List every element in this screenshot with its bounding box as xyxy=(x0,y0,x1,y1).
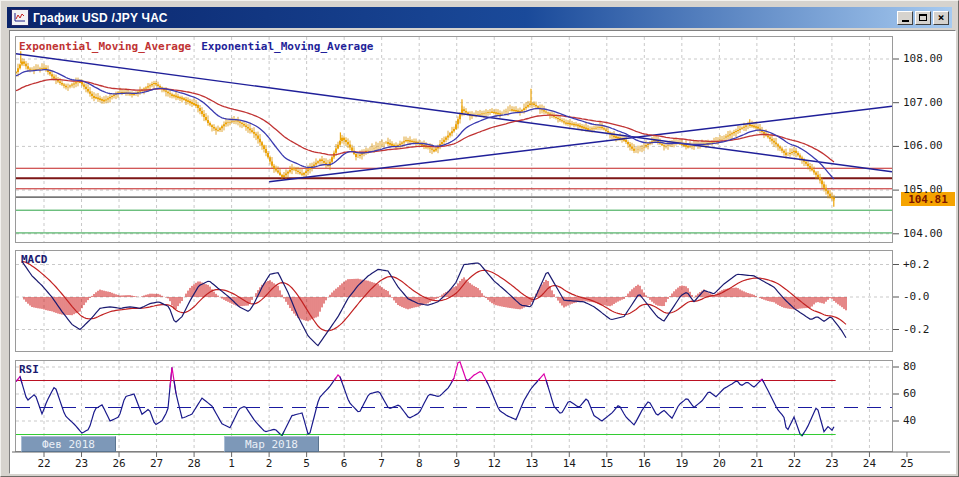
price-axis-label: 105.00 xyxy=(903,183,959,196)
price-axis-label: 107.00 xyxy=(903,96,959,109)
macd-axis-label: -0.2 xyxy=(903,323,959,336)
x-axis-label: 27 xyxy=(142,457,172,470)
macd-axis-label: -0.0 xyxy=(903,290,959,303)
macd-grid xyxy=(16,251,892,351)
legend-ema-blue[interactable]: Exponential_Moving_Average xyxy=(201,40,373,53)
price-axis-label: 108.00 xyxy=(903,52,959,65)
x-axis-label: 9 xyxy=(442,457,472,470)
x-axis-label: 22 xyxy=(779,457,809,470)
rsi-grid xyxy=(16,361,892,451)
x-axis-label: 5 xyxy=(292,457,322,470)
x-axis-label: 14 xyxy=(554,457,584,470)
rsi-axis-label: 40 xyxy=(903,414,959,427)
macd-plot xyxy=(22,261,846,345)
x-axis-label: 24 xyxy=(854,457,884,470)
legend-ema-red[interactable]: Exponential_Moving_Average xyxy=(19,40,191,53)
x-axis-label: 20 xyxy=(704,457,734,470)
macd-axis-label: +0.2 xyxy=(903,258,959,271)
x-axis-label: 7 xyxy=(367,457,397,470)
x-axis-label: 26 xyxy=(104,457,134,470)
rsi-panel-label: RSI xyxy=(19,363,39,376)
x-axis-label: 6 xyxy=(329,457,359,470)
x-axis-label: 25 xyxy=(892,457,922,470)
rsi-plot xyxy=(16,362,892,436)
x-axis-label: 13 xyxy=(517,457,547,470)
price-axis-label: 104.00 xyxy=(903,227,959,240)
chart-window: График USD /JPY ЧАС × Exponential_Moving… xyxy=(0,0,959,477)
x-axis-label: 21 xyxy=(742,457,772,470)
chart-canvas[interactable] xyxy=(4,4,959,477)
window-frame: График USD /JPY ЧАС × Exponential_Moving… xyxy=(2,2,957,475)
x-axis-label: 2 xyxy=(254,457,284,470)
price-plot xyxy=(16,51,892,233)
x-axis-label: 12 xyxy=(479,457,509,470)
price-axis-label: 106.00 xyxy=(903,139,959,152)
month-badge-mar: Мар 2018 xyxy=(224,436,319,452)
x-axis-label: 15 xyxy=(592,457,622,470)
x-axis-label: 1 xyxy=(217,457,247,470)
x-axis-label: 22 xyxy=(29,457,59,470)
macd-panel-label: MACD xyxy=(21,253,48,266)
rsi-axis-label: 80 xyxy=(903,360,959,373)
rsi-axis-label: 60 xyxy=(903,387,959,400)
x-axis-label: 8 xyxy=(404,457,434,470)
legend: Exponential_Moving_Average Exponential_M… xyxy=(19,40,373,53)
x-axis-label: 16 xyxy=(629,457,659,470)
x-axis-label: 23 xyxy=(67,457,97,470)
x-axis-label: 19 xyxy=(667,457,697,470)
x-axis-label: 28 xyxy=(179,457,209,470)
month-badge-feb: Фев 2018 xyxy=(21,436,116,452)
x-axis-label: 23 xyxy=(817,457,847,470)
